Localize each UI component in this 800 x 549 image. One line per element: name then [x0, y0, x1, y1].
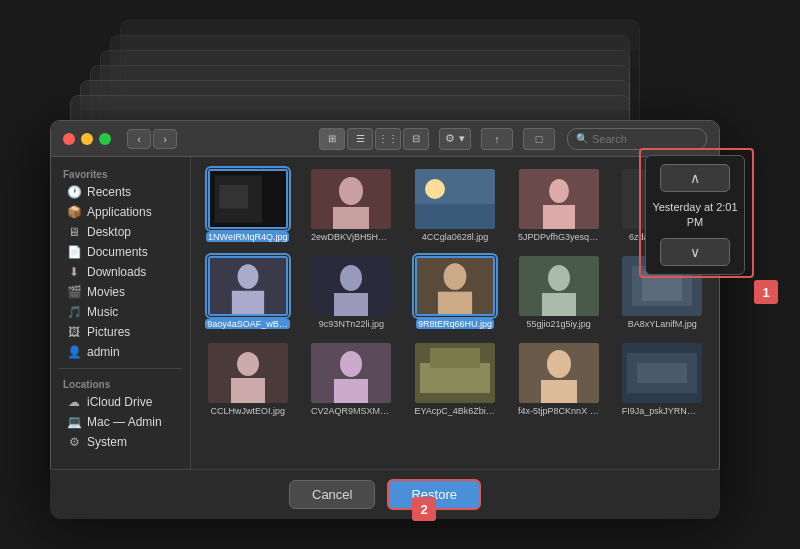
file-item[interactable]: 1NWeIRMqR4Q.jpg: [199, 165, 297, 246]
svg-point-22: [444, 263, 467, 290]
file-label: EYAcpC_4Bk6Zbii nMK_3-...BL00.jpg: [412, 406, 497, 416]
list-view-button[interactable]: ☰: [347, 128, 373, 150]
sidebar-item-icloud[interactable]: ☁ iCloud Drive: [55, 392, 186, 412]
sidebar-item-downloads[interactable]: ⬇ Downloads: [55, 262, 186, 282]
sidebar-item-label: Downloads: [87, 265, 146, 279]
file-item[interactable]: 5JPDPvfhG3yesq -VmpcF...O78.jpg: [510, 165, 608, 246]
sidebar: Favorites 🕐 Recents 📦 Applications 🖥 Des…: [51, 157, 191, 475]
svg-point-19: [340, 265, 362, 291]
file-item[interactable]: 55gjio21g5iy.jpg: [510, 252, 608, 333]
file-item[interactable]: 9c93NTn22li.jpg: [303, 252, 401, 333]
icloud-icon: ☁: [67, 395, 81, 409]
file-item[interactable]: EYAcpC_4Bk6Zbii nMK_3-...BL00.jpg: [406, 339, 504, 420]
svg-rect-7: [415, 204, 495, 229]
thumbnail: [208, 169, 288, 229]
music-icon: 🎵: [67, 305, 81, 319]
sidebar-item-admin[interactable]: 👤 admin: [55, 342, 186, 362]
annotation-label-2: 2: [412, 497, 436, 521]
back-button[interactable]: ‹: [127, 129, 151, 149]
navigation-buttons: ‹ ›: [127, 129, 177, 149]
svg-point-10: [549, 179, 569, 203]
svg-rect-38: [430, 348, 480, 368]
admin-icon: 👤: [67, 345, 81, 359]
sidebar-item-music[interactable]: 🎵 Music: [55, 302, 186, 322]
thumbnail: [311, 256, 391, 316]
share-button[interactable]: ↑: [481, 128, 513, 150]
pictures-icon: 🖼: [67, 325, 81, 339]
thumbnail: [519, 343, 599, 403]
file-item[interactable]: 9aoy4aSOAF_wBR iv_mkR-...jcOE.jpg: [199, 252, 297, 333]
grid-view-button[interactable]: ⊞: [319, 128, 345, 150]
file-label: 5JPDPvfhG3yesq -VmpcF...O78.jpg: [516, 232, 601, 242]
svg-rect-17: [232, 291, 264, 315]
svg-rect-2: [219, 185, 248, 209]
tag-button[interactable]: □: [523, 128, 555, 150]
svg-rect-29: [642, 271, 682, 301]
thumbnail: [622, 343, 702, 403]
sidebar-divider: [59, 368, 182, 369]
thumbnail: [311, 343, 391, 403]
forward-button[interactable]: ›: [153, 129, 177, 149]
file-item[interactable]: 4CCgla0628l.jpg: [406, 165, 504, 246]
sidebar-item-system[interactable]: ⚙ System: [55, 432, 186, 452]
sidebar-item-recents[interactable]: 🕐 Recents: [55, 182, 186, 202]
column-view-button[interactable]: ⋮⋮: [375, 128, 401, 150]
time-machine-down-button[interactable]: ∨: [660, 238, 730, 266]
mac-icon: 💻: [67, 415, 81, 429]
sidebar-item-mac-admin[interactable]: 💻 Mac — Admin: [55, 412, 186, 432]
file-label: CCLHwJwtEOI.jpg: [209, 406, 288, 416]
title-bar: ‹ › ⊞ ☰ ⋮⋮ ⊟ ⚙ ▾ ↑ □ 🔍: [51, 121, 719, 157]
file-item[interactable]: f4x-5tjpP8CKnnX Vm7iwF...f9Tdi.jpg: [510, 339, 608, 420]
file-label: BA8xYLanifM.jpg: [626, 319, 699, 329]
maximize-button[interactable]: [99, 133, 111, 145]
thumbnail: [208, 256, 288, 316]
svg-rect-26: [542, 293, 576, 316]
sidebar-item-label: Music: [87, 305, 118, 319]
view-controls: ⊞ ☰ ⋮⋮ ⊟: [319, 128, 429, 150]
svg-rect-44: [637, 363, 687, 383]
search-input[interactable]: [592, 133, 698, 145]
recents-icon: 🕐: [67, 185, 81, 199]
search-box[interactable]: 🔍: [567, 128, 707, 150]
traffic-lights: [63, 133, 111, 145]
file-picker-dialog: ‹ › ⊞ ☰ ⋮⋮ ⊟ ⚙ ▾ ↑ □ 🔍 Favorites 🕐 Recen…: [50, 120, 720, 500]
svg-point-34: [340, 351, 362, 377]
svg-rect-41: [541, 380, 577, 403]
documents-icon: 📄: [67, 245, 81, 259]
annotation-label-1: 1: [754, 280, 778, 304]
svg-point-31: [237, 352, 259, 376]
minimize-button[interactable]: [81, 133, 93, 145]
file-item[interactable]: CV2AQR9MSXMs vWa1Ql...lDck.jpg: [303, 339, 401, 420]
sidebar-item-documents[interactable]: 📄 Documents: [55, 242, 186, 262]
desktop-icon: 🖥: [67, 225, 81, 239]
sidebar-item-label: Pictures: [87, 325, 130, 339]
time-machine-date: Yesterday at 2:01 PM: [652, 200, 738, 231]
sidebar-item-applications[interactable]: 📦 Applications: [55, 202, 186, 222]
svg-rect-11: [543, 205, 575, 229]
file-item[interactable]: CCLHwJwtEOI.jpg: [199, 339, 297, 420]
gallery-view-button[interactable]: ⊟: [403, 128, 429, 150]
time-machine-up-button[interactable]: ∧: [660, 164, 730, 192]
file-label: 2ewDBKVjBH5H56 xnh812n...0Vk.jpg: [309, 232, 394, 242]
action-button[interactable]: ⚙ ▾: [439, 128, 471, 150]
favorites-label: Favorites: [51, 165, 190, 182]
sidebar-item-label: Mac — Admin: [87, 415, 162, 429]
sidebar-item-pictures[interactable]: 🖼 Pictures: [55, 322, 186, 342]
file-item[interactable]: FI9Ja_pskJYRNO FSKsW4...-Bo.jpg: [613, 339, 711, 420]
file-item[interactable]: 9R8tERq66HU.jpg: [406, 252, 504, 333]
file-label: f4x-5tjpP8CKnnX Vm7iwF...f9Tdi.jpg: [516, 406, 601, 416]
file-label: 55gjio21g5iy.jpg: [524, 319, 592, 329]
thumbnail: [519, 169, 599, 229]
cancel-button[interactable]: Cancel: [289, 480, 375, 509]
sidebar-item-movies[interactable]: 🎬 Movies: [55, 282, 186, 302]
sidebar-item-desktop[interactable]: 🖥 Desktop: [55, 222, 186, 242]
thumbnail: [208, 343, 288, 403]
downloads-icon: ⬇: [67, 265, 81, 279]
sidebar-item-label: Recents: [87, 185, 131, 199]
file-label: 9c93NTn22li.jpg: [317, 319, 386, 329]
time-machine-panel: ∧ Yesterday at 2:01 PM ∨: [645, 155, 745, 275]
file-label: 9R8tERq66HU.jpg: [416, 319, 494, 329]
close-button[interactable]: [63, 133, 75, 145]
thumbnail: [415, 343, 495, 403]
file-item[interactable]: 2ewDBKVjBH5H56 xnh812n...0Vk.jpg: [303, 165, 401, 246]
